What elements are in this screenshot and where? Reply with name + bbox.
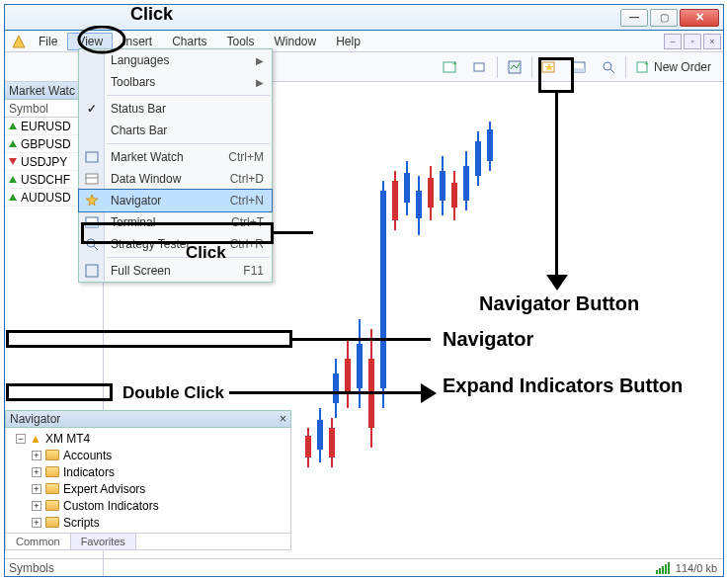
- menu-charts[interactable]: Charts: [162, 33, 216, 50]
- window-maximize-button[interactable]: [650, 9, 678, 27]
- tree-item-label: Indicators: [63, 465, 115, 479]
- chart-area[interactable]: [291, 82, 723, 558]
- svg-rect-2: [474, 63, 484, 71]
- menu-window[interactable]: Window: [265, 33, 327, 50]
- tree-expand-icon[interactable]: +: [32, 467, 41, 477]
- menu-item-label: Market Watch: [111, 150, 184, 164]
- svg-rect-18: [86, 265, 98, 277]
- test-icon: [83, 237, 101, 251]
- svg-point-16: [87, 239, 95, 247]
- status-bar: 114/0 kb: [5, 558, 723, 576]
- svg-rect-3: [509, 61, 521, 73]
- annotation-navigator-button: Navigator Button: [479, 292, 639, 315]
- mdi-minimize-button[interactable]: –: [664, 34, 682, 49]
- tree-item-expert-advisors[interactable]: +Expert Advisors: [10, 480, 286, 497]
- tree-collapse-icon[interactable]: −: [16, 434, 26, 444]
- annotation-connector-3: [229, 391, 427, 394]
- navigator-tab-common[interactable]: Common: [6, 534, 71, 549]
- menu-view[interactable]: View: [67, 33, 113, 50]
- symbol-label: AUDUSD: [21, 191, 71, 205]
- shortcut-label: Ctrl+N: [230, 194, 264, 208]
- folder-icon: [45, 500, 59, 511]
- symbol-label: USDJPY: [21, 155, 67, 169]
- window-close-button[interactable]: [680, 9, 719, 27]
- arrow-up-icon: [9, 176, 17, 183]
- market-watch-button[interactable]: [502, 56, 527, 78]
- svg-rect-6: [573, 68, 585, 72]
- profiles-button[interactable]: [467, 56, 493, 78]
- folder-icon: [45, 483, 59, 494]
- tree-item-label: Expert Advisors: [63, 482, 145, 496]
- check-icon: ✓: [83, 102, 101, 116]
- menu-insert[interactable]: Insert: [113, 33, 162, 50]
- arrow-up-icon: [9, 140, 17, 147]
- shortcut-label: Ctrl+T: [231, 215, 264, 229]
- navigator-panel-title: Navigator ×: [5, 410, 291, 428]
- tree-item-label: Custom Indicators: [63, 499, 159, 513]
- mdi-restore-button[interactable]: ▫: [684, 34, 701, 49]
- view-menu-item-full-screen[interactable]: Full ScreenF11: [79, 260, 272, 282]
- annotation-connector-2: [292, 338, 431, 341]
- view-menu-item-status-bar[interactable]: ✓Status Bar: [79, 98, 272, 120]
- tree-root-label: XM MT4: [45, 432, 90, 446]
- submenu-arrow-icon: ▶: [256, 55, 264, 66]
- menu-item-label: Navigator: [111, 194, 161, 208]
- tree-item-label: Accounts: [63, 449, 112, 462]
- tree-item-scripts[interactable]: +Scripts: [10, 514, 286, 531]
- new-order-button[interactable]: + New Order: [630, 56, 717, 78]
- symbol-label: EURUSD: [21, 120, 71, 133]
- tree-item-custom-indicators[interactable]: +Custom Indicators: [10, 497, 286, 514]
- tree-expand-icon[interactable]: +: [32, 484, 41, 494]
- tree-root[interactable]: − ▲ XM MT4: [10, 430, 286, 447]
- shortcut-label: Ctrl+M: [228, 150, 264, 164]
- annotation-navigator: Navigator: [443, 328, 533, 351]
- view-menu-item-charts-bar[interactable]: Charts Bar: [79, 120, 272, 141]
- tree-item-accounts[interactable]: +Accounts: [10, 447, 286, 463]
- navigator-close-button[interactable]: ×: [280, 412, 286, 426]
- annotation-double-click: Double Click: [122, 383, 224, 403]
- menu-item-label: Toolbars: [111, 75, 155, 89]
- svg-line-17: [94, 246, 98, 250]
- annotation-click-mid: Click: [186, 243, 226, 263]
- tree-expand-icon[interactable]: +: [32, 518, 41, 528]
- menu-file[interactable]: File: [29, 33, 67, 50]
- svg-rect-11: [86, 152, 98, 162]
- arrow-down-icon: [9, 158, 17, 165]
- navigator-toolbar-button[interactable]: [536, 56, 562, 78]
- tree-expand-icon[interactable]: +: [32, 451, 41, 460]
- view-menu-item-navigator[interactable]: NavigatorCtrl+N: [79, 190, 272, 211]
- view-menu-item-toolbars[interactable]: Toolbars▶: [79, 71, 272, 93]
- mdi-close-button[interactable]: ×: [703, 34, 721, 49]
- menu-item-label: Charts Bar: [111, 124, 167, 137]
- view-menu-item-strategy-tester[interactable]: Strategy TesterCtrl+R: [79, 233, 272, 255]
- annotation-click-top: Click: [130, 4, 173, 25]
- view-menu-item-data-window[interactable]: Data WindowCtrl+D: [79, 168, 272, 190]
- view-dropdown-menu: Languages▶Toolbars▶✓Status BarCharts Bar…: [78, 48, 273, 283]
- view-menu-item-languages[interactable]: Languages▶: [79, 49, 272, 71]
- tree-expand-icon[interactable]: +: [32, 501, 41, 511]
- shortcut-label: F11: [243, 264, 264, 278]
- new-chart-button[interactable]: +: [438, 56, 463, 78]
- shortcut-label: Ctrl+D: [230, 172, 264, 186]
- menu-item-label: Terminal: [111, 215, 155, 229]
- tree-item-indicators[interactable]: +Indicators: [10, 463, 286, 480]
- symbol-label: USDCHF: [21, 173, 70, 187]
- arrow-up-icon: [9, 123, 17, 129]
- dw-icon: [83, 172, 101, 186]
- terminal-button[interactable]: [566, 56, 592, 78]
- navigator-tab-favorites[interactable]: Favorites: [71, 534, 136, 549]
- menu-help[interactable]: Help: [326, 33, 370, 50]
- window-titlebar: [5, 5, 723, 31]
- shortcut-label: Ctrl+R: [230, 237, 264, 251]
- window-minimize-button[interactable]: [620, 9, 648, 27]
- menu-item-label: Languages: [111, 53, 169, 67]
- navigator-tree: − ▲ XM MT4 +Accounts+Indicators+Expert A…: [5, 428, 291, 534]
- view-menu-item-market-watch[interactable]: Market WatchCtrl+M: [79, 146, 272, 168]
- app-icon: [9, 33, 29, 50]
- folder-icon: [45, 517, 59, 528]
- annotation-arrow: [555, 93, 558, 281]
- menu-tools[interactable]: Tools: [217, 33, 265, 50]
- strategy-tester-button[interactable]: [596, 56, 621, 78]
- view-menu-item-terminal[interactable]: TerminalCtrl+T: [79, 211, 272, 233]
- menu-item-label: Data Window: [111, 172, 181, 186]
